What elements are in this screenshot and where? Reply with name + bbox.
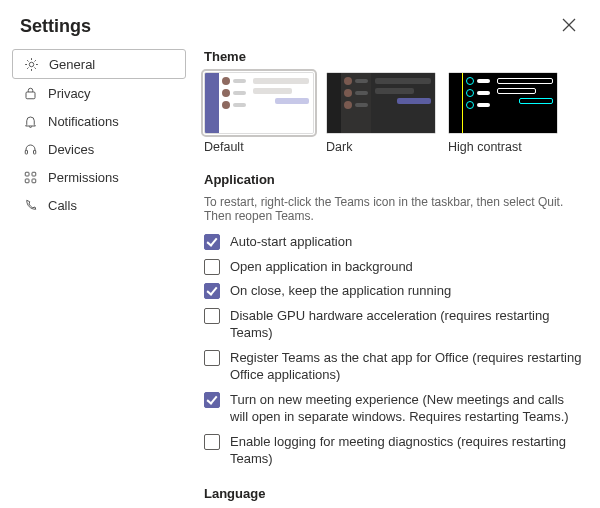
theme-label: Default xyxy=(204,140,314,154)
close-button[interactable] xyxy=(558,16,580,37)
checkbox[interactable] xyxy=(204,308,220,324)
theme-section-title: Theme xyxy=(204,49,582,64)
svg-rect-9 xyxy=(32,179,36,183)
checkbox[interactable] xyxy=(204,392,220,408)
option-label: Register Teams as the chat app for Offic… xyxy=(230,349,582,384)
checkbox[interactable] xyxy=(204,234,220,250)
sidebar-item-permissions[interactable]: Permissions xyxy=(12,163,186,191)
option-enable-logging[interactable]: Enable logging for meeting diagnostics (… xyxy=(204,433,582,468)
option-register-chat-app[interactable]: Register Teams as the chat app for Offic… xyxy=(204,349,582,384)
option-label: Auto-start application xyxy=(230,233,352,251)
option-label: Enable logging for meeting diagnostics (… xyxy=(230,433,582,468)
sidebar-item-label: Notifications xyxy=(48,114,119,129)
svg-rect-7 xyxy=(32,172,36,176)
application-section-title: Application xyxy=(204,172,582,187)
option-open-background[interactable]: Open application in background xyxy=(204,258,582,276)
option-keep-running[interactable]: On close, keep the application running xyxy=(204,282,582,300)
application-hint: To restart, right-click the Teams icon i… xyxy=(204,195,582,223)
lock-icon xyxy=(22,85,38,101)
apps-icon xyxy=(22,169,38,185)
theme-preview-dark xyxy=(326,72,436,134)
sidebar-item-devices[interactable]: Devices xyxy=(12,135,186,163)
page-title: Settings xyxy=(20,16,91,37)
language-section-title: Language xyxy=(204,486,582,501)
sidebar-item-label: Privacy xyxy=(48,86,91,101)
checkbox[interactable] xyxy=(204,350,220,366)
sidebar-item-notifications[interactable]: Notifications xyxy=(12,107,186,135)
theme-preview-default xyxy=(204,72,314,134)
gear-icon xyxy=(23,56,39,72)
sidebar-item-calls[interactable]: Calls xyxy=(12,191,186,219)
theme-label: High contrast xyxy=(448,140,558,154)
checkbox[interactable] xyxy=(204,283,220,299)
option-label: Turn on new meeting experience (New meet… xyxy=(230,391,582,426)
theme-option-dark[interactable]: Dark xyxy=(326,72,436,154)
checkbox[interactable] xyxy=(204,434,220,450)
sidebar-item-label: General xyxy=(49,57,95,72)
sidebar-item-label: Permissions xyxy=(48,170,119,185)
headset-icon xyxy=(22,141,38,157)
checkbox[interactable] xyxy=(204,259,220,275)
theme-option-high-contrast[interactable]: High contrast xyxy=(448,72,558,154)
sidebar: General Privacy Notifications xyxy=(12,45,186,508)
content: Theme Default Dark xyxy=(186,45,588,508)
bell-icon xyxy=(22,113,38,129)
svg-rect-3 xyxy=(26,92,35,99)
sidebar-item-general[interactable]: General xyxy=(12,49,186,79)
option-label: Open application in background xyxy=(230,258,413,276)
svg-rect-8 xyxy=(25,179,29,183)
theme-label: Dark xyxy=(326,140,436,154)
sidebar-item-label: Devices xyxy=(48,142,94,157)
sidebar-item-label: Calls xyxy=(48,198,77,213)
svg-point-2 xyxy=(29,62,34,67)
phone-icon xyxy=(22,197,38,213)
theme-option-default[interactable]: Default xyxy=(204,72,314,154)
theme-preview-high-contrast xyxy=(448,72,558,134)
option-disable-gpu[interactable]: Disable GPU hardware acceleration (requi… xyxy=(204,307,582,342)
svg-rect-6 xyxy=(25,172,29,176)
header: Settings xyxy=(0,0,600,45)
close-icon xyxy=(562,18,576,35)
option-new-meeting-experience[interactable]: Turn on new meeting experience (New meet… xyxy=(204,391,582,426)
option-label: Disable GPU hardware acceleration (requi… xyxy=(230,307,582,342)
option-label: On close, keep the application running xyxy=(230,282,451,300)
option-auto-start[interactable]: Auto-start application xyxy=(204,233,582,251)
theme-options: Default Dark High contrast xyxy=(204,72,582,154)
sidebar-item-privacy[interactable]: Privacy xyxy=(12,79,186,107)
